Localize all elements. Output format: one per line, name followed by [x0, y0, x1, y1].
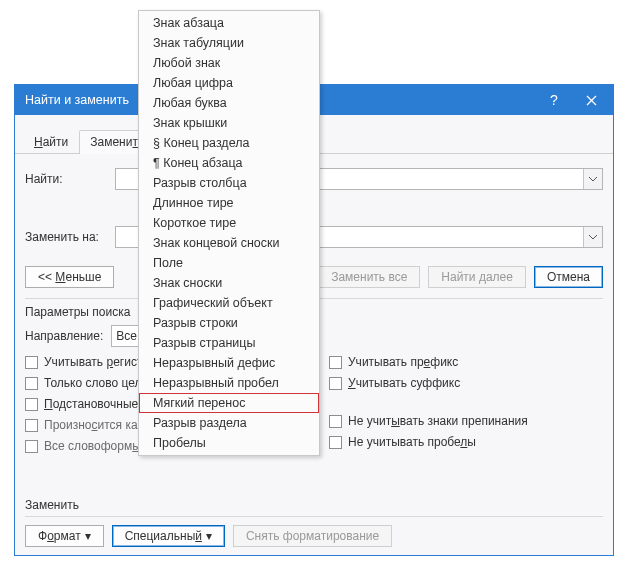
checkbox-icon [329, 415, 342, 428]
special-menu-item[interactable]: Знак сноски [139, 273, 319, 293]
checkbox-icon [329, 436, 342, 449]
replace-label: Заменить на: [25, 230, 115, 244]
checkbox-suffix[interactable]: Учитывать суффикс [329, 373, 603, 393]
special-menu-item[interactable]: Короткое тире [139, 213, 319, 233]
checkbox-prefix[interactable]: Учитывать префикс [329, 352, 603, 372]
checkbox-ignore-spaces[interactable]: Не учитывать пробелы [329, 432, 603, 452]
less-button[interactable]: << Меньше [25, 266, 114, 288]
cancel-button[interactable]: Отмена [534, 266, 603, 288]
find-history-dropdown[interactable] [583, 169, 602, 189]
special-menu-item[interactable]: Любая буква [139, 93, 319, 113]
special-menu: Знак абзацаЗнак табуляцииЛюбой знакЛюбая… [138, 10, 320, 456]
special-menu-item[interactable]: Любая цифра [139, 73, 319, 93]
special-menu-item[interactable]: Мягкий перенос [139, 393, 319, 413]
special-menu-item[interactable]: Разрыв строки [139, 313, 319, 333]
close-icon [586, 95, 597, 106]
close-button[interactable] [569, 85, 613, 115]
checkbox-ignore-punctuation[interactable]: Не учитывать знаки препинания [329, 411, 603, 431]
clear-formatting-button[interactable]: Снять форматирование [233, 525, 392, 547]
help-button[interactable]: ? [539, 92, 569, 108]
replace-history-dropdown[interactable] [583, 227, 602, 247]
find-next-button[interactable]: Найти далее [428, 266, 526, 288]
special-menu-item[interactable]: Любой знак [139, 53, 319, 73]
special-menu-item[interactable]: Неразрывный дефис [139, 353, 319, 373]
special-menu-item[interactable]: Знак крышки [139, 113, 319, 133]
special-menu-item[interactable]: Графический объект [139, 293, 319, 313]
checkbox-icon [25, 377, 38, 390]
replace-all-button[interactable]: Заменить все [318, 266, 420, 288]
special-button[interactable]: Специальный▾ [112, 525, 225, 547]
special-menu-item[interactable]: Поле [139, 253, 319, 273]
checkbox-icon [25, 398, 38, 411]
special-menu-item[interactable]: § Конец раздела [139, 133, 319, 153]
special-menu-item[interactable]: Знак абзаца [139, 13, 319, 33]
direction-label: Направление: [25, 329, 103, 343]
format-button[interactable]: Формат▾ [25, 525, 104, 547]
checkbox-icon [329, 356, 342, 369]
special-menu-item[interactable]: Разрыв страницы [139, 333, 319, 353]
special-menu-item[interactable]: Знак табуляции [139, 33, 319, 53]
special-menu-item[interactable]: Пробелы [139, 433, 319, 453]
special-menu-item[interactable]: Знак концевой сноски [139, 233, 319, 253]
find-label: Найти: [25, 172, 115, 186]
footer-section-label: Заменить [25, 498, 603, 516]
checkbox-icon [25, 419, 38, 432]
checkbox-icon [25, 440, 38, 453]
checkbox-icon [329, 377, 342, 390]
tab-find[interactable]: Найти [23, 130, 79, 154]
special-menu-item[interactable]: ¶ Конец абзаца [139, 153, 319, 173]
special-menu-item[interactable]: Неразрывный пробел [139, 373, 319, 393]
checkbox-icon [25, 356, 38, 369]
chevron-down-icon [589, 235, 597, 240]
special-menu-item[interactable]: Разрыв раздела [139, 413, 319, 433]
special-menu-item[interactable]: Длинное тире [139, 193, 319, 213]
special-menu-item[interactable]: Разрыв столбца [139, 173, 319, 193]
chevron-down-icon [589, 177, 597, 182]
